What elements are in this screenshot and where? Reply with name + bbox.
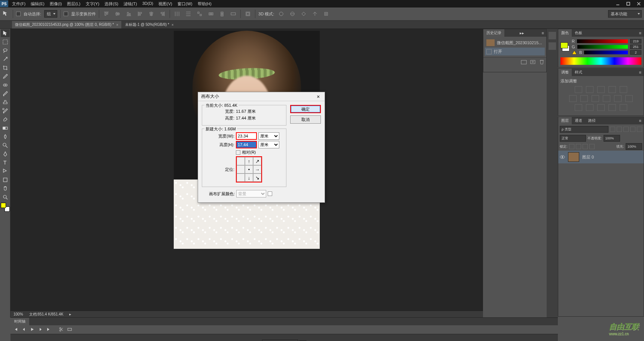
color-swatches[interactable] xyxy=(1,203,10,212)
selectivecolor-icon[interactable] xyxy=(620,104,627,111)
lasso-tool[interactable] xyxy=(1,46,10,54)
channels-tab[interactable]: 通道 xyxy=(572,117,585,124)
vibrance-icon[interactable] xyxy=(620,86,627,93)
auto-select-checkbox[interactable] xyxy=(16,12,21,16)
b-value[interactable]: 2 xyxy=(630,50,641,55)
curves-icon[interactable] xyxy=(597,86,605,93)
anchor-tl[interactable] xyxy=(237,157,245,165)
posterize-icon[interactable] xyxy=(586,104,593,111)
color-tab[interactable]: 颜色 xyxy=(558,29,572,37)
swatches-tab[interactable]: 色板 xyxy=(572,29,585,37)
visibility-icon[interactable] xyxy=(560,155,565,159)
history-camera-icon[interactable] xyxy=(521,59,527,64)
align-left-icon[interactable] xyxy=(136,10,144,18)
brush-tool[interactable] xyxy=(1,90,10,97)
3d-icon-2[interactable] xyxy=(288,10,297,18)
panel-collapse-icon[interactable]: ▸▸ xyxy=(517,31,526,36)
pen-tool[interactable] xyxy=(1,150,10,158)
layer-item-0[interactable]: 图层 0 xyxy=(558,151,644,163)
3d-icon-5[interactable] xyxy=(322,10,330,18)
anchor-br[interactable]: ↘ xyxy=(253,173,261,182)
menu-type[interactable]: 文字(Y) xyxy=(86,1,100,7)
foreground-color-swatch[interactable] xyxy=(1,203,6,208)
show-transform-checkbox[interactable] xyxy=(64,12,68,16)
panel-menu-icon[interactable]: ≡ xyxy=(637,118,644,123)
exposure-icon[interactable] xyxy=(608,86,616,93)
last-frame-icon[interactable] xyxy=(46,327,51,332)
path-select-tool[interactable] xyxy=(1,167,10,175)
menu-file[interactable]: 文件(F) xyxy=(12,1,25,7)
levels-icon[interactable] xyxy=(586,86,593,93)
menu-view[interactable]: 视图(V) xyxy=(158,1,172,7)
lock-pos-icon[interactable] xyxy=(583,144,588,149)
filter-type-icon[interactable] xyxy=(623,127,629,132)
wand-tool[interactable] xyxy=(1,55,10,63)
canvas-area[interactable]: 100% 文档:851.4 K/851.4K ▸ 画布大小 × 当前大小: 85… xyxy=(10,29,483,317)
width-input[interactable] xyxy=(236,132,257,140)
hand-tool[interactable] xyxy=(1,184,10,192)
align-vcenter-icon[interactable] xyxy=(113,10,122,18)
menu-3d[interactable]: 3D(D) xyxy=(142,1,153,7)
collapsed-panel-icon-1[interactable] xyxy=(549,32,556,39)
layer-name[interactable]: 图层 0 xyxy=(582,154,594,160)
timeline-tab[interactable]: 时间轴 xyxy=(10,318,29,325)
3d-icon-4[interactable] xyxy=(311,10,319,18)
scissors-icon[interactable] xyxy=(59,327,64,332)
anchor-mc[interactable]: • xyxy=(245,165,253,173)
colorbalance-icon[interactable] xyxy=(580,95,588,102)
zoom-level[interactable]: 100% xyxy=(13,312,23,316)
height-unit-select[interactable]: 厘米 xyxy=(258,141,279,148)
align-top-icon[interactable] xyxy=(102,10,110,18)
warning-icon[interactable] xyxy=(572,50,577,55)
anchor-tr[interactable]: ↗ xyxy=(253,157,261,165)
menu-edit[interactable]: 编辑(E) xyxy=(31,1,45,7)
play-icon[interactable] xyxy=(30,327,34,332)
marquee-tool[interactable] xyxy=(1,38,10,46)
collapsed-panel-icon-2[interactable] xyxy=(549,42,556,50)
channelmixer-icon[interactable] xyxy=(614,95,622,102)
layer-thumbnail[interactable] xyxy=(568,152,579,162)
menu-layer[interactable]: 图层(L) xyxy=(67,1,80,7)
workspace-dropdown[interactable]: 基本功能 xyxy=(608,10,642,18)
fill-value[interactable]: 100% xyxy=(626,143,642,150)
panel-menu-icon[interactable]: ≡ xyxy=(540,31,546,35)
history-snapshot-icon[interactable] xyxy=(530,59,536,64)
fg-color-swatch[interactable] xyxy=(561,42,568,48)
minimize-button[interactable] xyxy=(613,0,623,7)
photofilter-icon[interactable] xyxy=(603,95,610,102)
gradient-tool[interactable] xyxy=(1,124,10,132)
next-frame-icon[interactable] xyxy=(38,327,43,332)
r-value[interactable]: 219 xyxy=(630,39,641,43)
distribute-icon-5[interactable] xyxy=(218,10,226,18)
doc-info-arrow-icon[interactable]: ▸ xyxy=(69,312,71,316)
opacity-value[interactable]: 100% xyxy=(604,135,620,142)
zoom-tool[interactable] xyxy=(1,193,10,201)
heal-tool[interactable] xyxy=(1,81,10,89)
filter-smart-icon[interactable] xyxy=(637,127,642,132)
anchor-bl[interactable] xyxy=(237,173,245,182)
history-brush-tool[interactable] xyxy=(1,107,10,115)
lock-all-icon[interactable] xyxy=(589,144,595,149)
menu-select[interactable]: 选择(S) xyxy=(104,1,118,7)
distribute-icon-2[interactable] xyxy=(184,10,192,18)
align-hcenter-icon[interactable] xyxy=(147,10,155,18)
ok-button[interactable]: 确定 xyxy=(290,105,321,113)
relative-checkbox[interactable] xyxy=(236,150,240,155)
close-button[interactable] xyxy=(634,0,644,7)
filter-adjust-icon[interactable] xyxy=(617,127,622,132)
shape-tool[interactable] xyxy=(1,176,10,184)
history-tab[interactable]: 历史记录 xyxy=(483,29,504,37)
threshold-icon[interactable] xyxy=(597,104,605,111)
layers-tab[interactable]: 图层 xyxy=(558,117,572,124)
maximize-button[interactable] xyxy=(623,0,634,7)
anchor-tc[interactable]: ↑ xyxy=(245,157,253,165)
menu-window[interactable]: 窗口(W) xyxy=(177,1,192,7)
blur-tool[interactable] xyxy=(1,133,10,141)
width-unit-select[interactable]: 厘米 xyxy=(258,132,279,140)
r-slider[interactable] xyxy=(577,39,628,43)
3d-icon-1[interactable] xyxy=(277,10,285,18)
gradientmap-icon[interactable] xyxy=(608,104,616,111)
anchor-ml[interactable] xyxy=(237,165,245,173)
align-right-icon[interactable] xyxy=(158,10,167,18)
colorlookup-icon[interactable] xyxy=(625,95,633,102)
